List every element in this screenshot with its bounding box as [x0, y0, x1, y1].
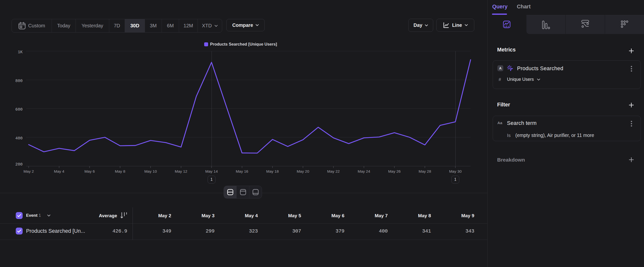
svg-text:May 12: May 12 [175, 169, 188, 173]
svg-text:May 4: May 4 [54, 169, 64, 173]
svg-text:400: 400 [15, 136, 23, 141]
svg-text:800: 800 [15, 79, 23, 83]
svg-text:May 14: May 14 [205, 169, 218, 173]
svg-text:May 10: May 10 [144, 169, 157, 173]
svg-text:May 16: May 16 [236, 169, 248, 173]
svg-text:May 20: May 20 [297, 169, 309, 173]
svg-text:May 8: May 8 [115, 169, 125, 173]
svg-text:1K: 1K [18, 50, 23, 55]
svg-text:May 28: May 28 [419, 169, 431, 173]
svg-text:May 18: May 18 [266, 169, 279, 173]
svg-text:600: 600 [15, 107, 23, 112]
svg-text:May 26: May 26 [388, 169, 401, 173]
svg-text:May 30: May 30 [449, 169, 462, 173]
svg-text:May 2: May 2 [23, 169, 34, 173]
svg-text:May 6: May 6 [84, 169, 95, 173]
svg-text:May 24: May 24 [358, 169, 370, 173]
svg-text:May 22: May 22 [327, 169, 340, 173]
svg-text:200: 200 [15, 162, 23, 167]
